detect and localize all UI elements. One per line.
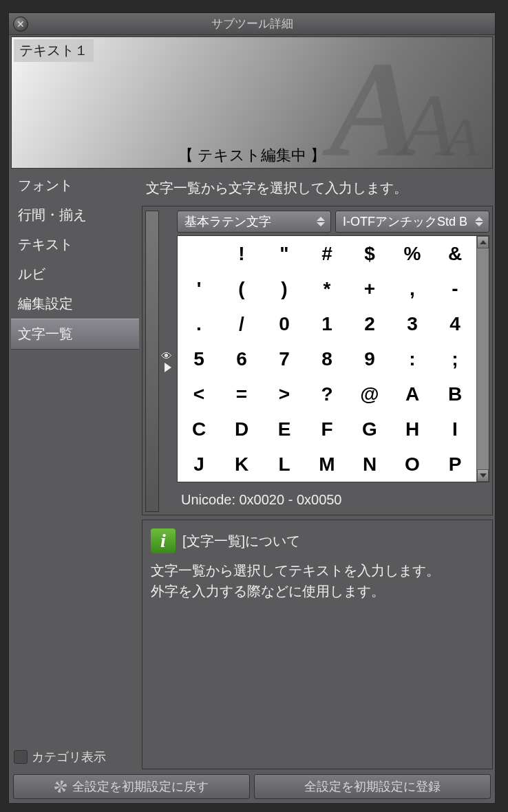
character-cell[interactable]: 2 bbox=[348, 306, 391, 341]
character-cell[interactable]: % bbox=[391, 236, 434, 271]
close-button[interactable]: ✕ bbox=[13, 17, 28, 32]
sidebar-item-character-list[interactable]: 文字一覧 bbox=[11, 319, 139, 350]
character-cell[interactable]: 3 bbox=[391, 306, 434, 341]
sidebar-item-label: フォント bbox=[18, 178, 73, 193]
character-cell[interactable]: = bbox=[220, 376, 263, 412]
character-scrollbar[interactable] bbox=[476, 236, 489, 482]
character-cell[interactable]: ' bbox=[178, 271, 220, 306]
character-cell[interactable] bbox=[178, 236, 220, 271]
dropdown-row: 基本ラテン文字 I-OTFアンチックStd B bbox=[177, 211, 489, 233]
window-title: サブツール詳細 bbox=[9, 16, 495, 32]
character-grid: !"#$%&'()*+,-./0123456789:;<=>?@ABCDEFGH… bbox=[178, 236, 476, 482]
character-cell[interactable]: . bbox=[178, 306, 220, 341]
spinner-icon bbox=[475, 213, 486, 231]
character-cell[interactable]: - bbox=[434, 271, 476, 306]
character-cell[interactable]: # bbox=[306, 236, 348, 271]
character-cell[interactable]: N bbox=[348, 447, 391, 482]
main-panel: 文字一覧から文字を選択して入力します。 👁 基本ラテン文字 I-OTFアンチック… bbox=[142, 171, 493, 769]
character-cell[interactable]: > bbox=[263, 376, 306, 412]
character-cell[interactable]: @ bbox=[348, 376, 391, 412]
character-cell[interactable]: D bbox=[220, 412, 263, 447]
character-cell[interactable]: L bbox=[263, 447, 306, 482]
character-cell[interactable]: ! bbox=[220, 236, 263, 271]
character-cell[interactable]: ( bbox=[220, 271, 263, 306]
footer-buttons: 全設定を初期設定に戻す 全設定を初期設定に登録 bbox=[9, 771, 495, 803]
character-cell[interactable]: I bbox=[434, 412, 476, 447]
character-cell[interactable]: 9 bbox=[348, 341, 391, 376]
category-toggle-row: カテゴリ表示 bbox=[11, 745, 139, 769]
charset-dropdown[interactable]: 基本ラテン文字 bbox=[177, 211, 331, 233]
font-dropdown[interactable]: I-OTFアンチックStd B bbox=[335, 211, 489, 233]
spinner-icon bbox=[317, 213, 328, 231]
character-cell[interactable]: 6 bbox=[220, 341, 263, 376]
character-cell[interactable]: B bbox=[434, 376, 476, 412]
category-toggle-checkbox[interactable] bbox=[14, 750, 28, 764]
character-cell[interactable]: * bbox=[306, 271, 348, 306]
font-dropdown-label: I-OTFアンチックStd B bbox=[343, 213, 467, 230]
character-cell[interactable]: K bbox=[220, 447, 263, 482]
spinner-loading-icon bbox=[54, 780, 67, 793]
character-cell[interactable]: H bbox=[391, 412, 434, 447]
sidebar-item-label: テキスト bbox=[18, 237, 73, 252]
sidebar-item-font[interactable]: フォント bbox=[11, 171, 139, 200]
category-toggle-label: カテゴリ表示 bbox=[32, 749, 106, 765]
sidebar-item-text[interactable]: テキスト bbox=[11, 230, 139, 259]
panel-drag-strip[interactable] bbox=[145, 211, 159, 512]
character-cell[interactable]: C bbox=[178, 412, 220, 447]
sidebar-item-edit-settings[interactable]: 編集設定 bbox=[11, 289, 139, 319]
character-cell[interactable]: 8 bbox=[306, 341, 348, 376]
scroll-down-button[interactable] bbox=[477, 469, 489, 482]
scroll-track[interactable] bbox=[477, 248, 489, 469]
character-cell[interactable]: 1 bbox=[306, 306, 348, 341]
character-cell[interactable]: 7 bbox=[263, 341, 306, 376]
character-cell[interactable]: + bbox=[348, 271, 391, 306]
info-line-1: 文字一覧から選択してテキストを入力します。 bbox=[151, 560, 484, 581]
character-cell[interactable]: O bbox=[391, 447, 434, 482]
character-cell[interactable]: A bbox=[391, 376, 434, 412]
character-cell[interactable]: 0 bbox=[263, 306, 306, 341]
character-cell[interactable]: ? bbox=[306, 376, 348, 412]
character-cell[interactable]: P bbox=[434, 447, 476, 482]
titlebar: ✕ サブツール詳細 bbox=[9, 13, 495, 35]
sidebar-item-ruby[interactable]: ルビ bbox=[11, 259, 139, 289]
info-header: i [文字一覧]について bbox=[151, 528, 484, 553]
info-line-2: 外字を入力する際などに使用します。 bbox=[151, 581, 484, 601]
character-list-panel: 👁 基本ラテン文字 I-OTFアンチックStd B bbox=[142, 206, 493, 515]
character-cell[interactable]: F bbox=[306, 412, 348, 447]
sidebar-item-label: 編集設定 bbox=[18, 296, 73, 311]
panel-toggle-strip: 👁 bbox=[162, 211, 174, 512]
charset-dropdown-label: 基本ラテン文字 bbox=[184, 213, 271, 230]
info-panel: i [文字一覧]について 文字一覧から選択してテキストを入力します。 外字を入力… bbox=[142, 520, 493, 769]
character-cell[interactable]: $ bbox=[348, 236, 391, 271]
character-cell[interactable]: E bbox=[263, 412, 306, 447]
close-icon: ✕ bbox=[17, 19, 25, 30]
character-cell[interactable]: 4 bbox=[434, 306, 476, 341]
character-cell[interactable]: & bbox=[434, 236, 476, 271]
character-cell[interactable]: / bbox=[220, 306, 263, 341]
preview-tool-name: テキスト１ bbox=[14, 39, 94, 62]
unicode-range-label: Unicode: 0x0020 - 0x0050 bbox=[177, 485, 489, 512]
scroll-up-button[interactable] bbox=[477, 236, 489, 248]
preview-area: AAA テキスト１ 【 テキスト編集中 】 bbox=[11, 36, 493, 169]
character-cell[interactable]: : bbox=[391, 341, 434, 376]
sidebar-item-spacing[interactable]: 行間・揃え bbox=[11, 200, 139, 230]
sidebar-item-label: ルビ bbox=[18, 266, 45, 281]
sidebar-list: フォント 行間・揃え テキスト ルビ 編集設定 文字一覧 bbox=[11, 171, 139, 745]
character-cell[interactable]: ; bbox=[434, 341, 476, 376]
instruction-text: 文字一覧から文字を選択して入力します。 bbox=[142, 171, 493, 202]
character-cell[interactable]: G bbox=[348, 412, 391, 447]
character-cell[interactable]: M bbox=[306, 447, 348, 482]
character-cell[interactable]: , bbox=[391, 271, 434, 306]
character-cell[interactable]: " bbox=[263, 236, 306, 271]
register-all-button[interactable]: 全設定を初期設定に登録 bbox=[254, 774, 491, 799]
character-cell[interactable]: J bbox=[178, 447, 220, 482]
character-cell[interactable]: < bbox=[178, 376, 220, 412]
character-cell[interactable]: 5 bbox=[178, 341, 220, 376]
expand-icon[interactable] bbox=[165, 363, 171, 372]
info-title: [文字一覧]について bbox=[182, 532, 300, 551]
visibility-icon[interactable]: 👁 bbox=[161, 350, 175, 359]
reset-all-button[interactable]: 全設定を初期設定に戻す bbox=[13, 774, 250, 799]
preview-status: 【 テキスト編集中 】 bbox=[12, 145, 492, 166]
character-cell[interactable]: ) bbox=[263, 271, 306, 306]
sidebar-item-label: 行間・揃え bbox=[18, 207, 87, 222]
